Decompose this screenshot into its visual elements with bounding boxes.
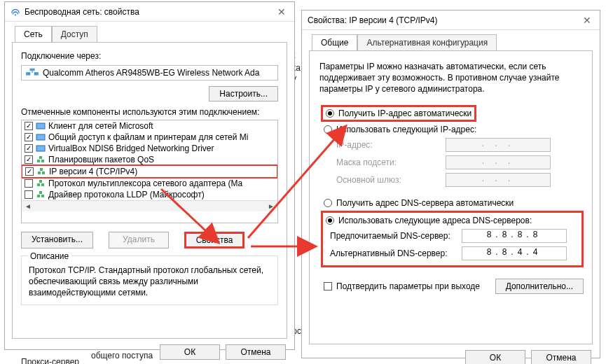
list-item-label: Планировщик пакетов QoS [48, 155, 154, 164]
gateway-label: Основной шлюз: [336, 175, 441, 185]
info-text: Параметры IP можно назначать автоматичес… [319, 61, 582, 95]
component-icon [36, 133, 46, 141]
list-item-label: Драйвер протокола LLDP (Майкрософт) [48, 190, 205, 200]
tab-general[interactable]: Общие [312, 34, 357, 50]
dialog-title: Беспроводная сеть: свойства [25, 7, 272, 17]
list-item[interactable]: VirtualBox NDIS6 Bridged Networking Driv… [22, 143, 277, 154]
svg-rect-17 [41, 195, 44, 197]
tabstrip: Общие Альтернативная конфигурация [312, 34, 593, 50]
tab-network[interactable]: Сеть [15, 26, 52, 42]
radio-ip-auto[interactable] [326, 109, 334, 118]
validate-checkbox[interactable] [324, 282, 332, 290]
component-icon [36, 179, 46, 188]
close-button[interactable]: ✕ [272, 6, 291, 18]
list-item[interactable]: Драйвер протокола LLDP (Майкрософт) [22, 189, 277, 200]
titlebar[interactable]: Беспроводная сеть: свойства ✕ [5, 2, 294, 22]
checkbox[interactable] [25, 122, 33, 130]
components-label: Отмеченные компоненты используются этим … [21, 107, 278, 117]
tab-panel-general: Параметры IP можно назначать автоматичес… [309, 50, 593, 344]
close-button[interactable]: ✕ [577, 15, 597, 26]
gateway-input: . . . [446, 173, 551, 187]
cancel-button[interactable]: Отмена [531, 350, 591, 364]
checkbox[interactable] [25, 179, 33, 188]
dialog-title: Свойства: IP версии 4 (TCP/IPv4) [308, 15, 577, 25]
description-group: Описание Протокол TCP/IP. Стандартный пр… [21, 255, 278, 305]
wireless-properties-dialog: Беспроводная сеть: свойства ✕ Сеть Досту… [4, 1, 295, 350]
dns-alternate-input[interactable]: 8.8.4.4 [462, 246, 567, 260]
list-item[interactable]: Общий доступ к файлам и принтерам для се… [22, 132, 277, 143]
scroll-left-icon[interactable]: ◄ [25, 202, 32, 210]
svg-rect-14 [41, 183, 44, 186]
svg-rect-11 [42, 172, 45, 174]
checkbox[interactable] [25, 190, 33, 199]
adapter-icon [26, 68, 39, 78]
svg-rect-4 [36, 123, 45, 129]
svg-point-0 [15, 14, 16, 15]
list-item[interactable]: Клиент для сетей Microsoft [22, 120, 277, 132]
svg-rect-13 [37, 183, 40, 186]
radio-ip-manual[interactable] [324, 125, 332, 134]
radio-label: Использовать следующий IP-адрес: [336, 125, 476, 134]
component-icon [36, 190, 46, 199]
tab-alternate-config[interactable]: Альтернативная конфигурация [357, 34, 497, 50]
subnet-mask-input: . . . [446, 155, 551, 169]
component-icon [36, 155, 46, 164]
dialog-footer: ОК Отмена [5, 339, 294, 364]
dialog-footer: ОК Отмена [302, 344, 600, 364]
description-title: Описание [27, 251, 71, 261]
highlight-ip-auto: Получить IP-адрес автоматически [321, 105, 476, 122]
validate-label: Подтвердить параметры при выходе [336, 281, 480, 291]
description-text: Протокол TCP/IP. Стандартный протокол гл… [29, 265, 270, 299]
ok-button[interactable]: ОК [160, 344, 220, 360]
titlebar[interactable]: Свойства: IP версии 4 (TCP/IPv4) ✕ [302, 10, 600, 30]
properties-button[interactable]: Свойства [184, 232, 245, 248]
list-item[interactable]: Планировщик пакетов QoS [22, 154, 277, 165]
list-item-label: Клиент для сетей Microsoft [48, 121, 153, 131]
svg-rect-6 [36, 146, 45, 151]
connect-via-label: Подключение через: [21, 51, 278, 61]
svg-rect-18 [39, 191, 42, 194]
advanced-button[interactable]: Дополнительно... [495, 279, 584, 294]
list-item-tcpip4[interactable]: IP версии 4 (TCP/IPv4) [21, 164, 278, 178]
svg-rect-10 [38, 172, 41, 174]
dns-preferred-input[interactable]: 8.8.8.8 [462, 229, 567, 243]
checkbox[interactable] [25, 133, 33, 141]
svg-rect-7 [37, 160, 40, 162]
cancel-button[interactable]: Отмена [226, 344, 286, 360]
radio-dns-manual[interactable] [326, 216, 334, 225]
install-button[interactable]: Установить... [21, 232, 93, 248]
list-item-label: IP версии 4 (TCP/IPv4) [49, 167, 137, 176]
radio-label: Использовать следующие адреса DNS-сервер… [338, 216, 532, 225]
component-icon [36, 167, 46, 176]
list-item-label: Общий доступ к файлам и принтерам для се… [48, 132, 248, 142]
component-icon [36, 122, 46, 130]
ipv4-properties-dialog: Свойства: IP версии 4 (TCP/IPv4) ✕ Общие… [301, 10, 600, 358]
dns-alternate-label: Альтернативный DNS-сервер: [330, 248, 457, 258]
remove-button: Удалить [109, 232, 169, 248]
checkbox[interactable] [25, 144, 33, 153]
ip-address-input: . . . [446, 138, 551, 152]
ok-button[interactable]: ОК [465, 350, 525, 364]
subnet-mask-label: Маска подсети: [336, 158, 441, 167]
svg-rect-3 [29, 69, 34, 71]
checkbox[interactable] [25, 155, 33, 164]
svg-rect-16 [37, 195, 40, 197]
tab-panel-network: Подключение через: Qualcomm Atheros AR94… [12, 42, 287, 339]
tabstrip: Сеть Доступ [15, 26, 287, 42]
dns-preferred-label: Предпочитаемый DNS-сервер: [330, 231, 457, 241]
scroll-right-icon[interactable]: ► [268, 202, 275, 210]
radio-label: Получить адрес DNS-сервера автоматически [336, 198, 514, 208]
tab-access[interactable]: Доступ [52, 26, 97, 42]
radio-dns-auto[interactable] [324, 199, 332, 207]
horizontal-scrollbar[interactable]: ◄► [22, 200, 277, 211]
components-list[interactable]: Клиент для сетей Microsoft Общий доступ … [21, 120, 278, 223]
adapter-name: Qualcomm Atheros AR9485WB-EG Wireless Ne… [43, 68, 259, 78]
highlight-dns-section: Использовать следующие адреса DNS-сервер… [321, 211, 584, 267]
svg-rect-15 [39, 180, 42, 183]
svg-rect-12 [40, 168, 43, 171]
ip-address-label: IP-адрес: [336, 140, 441, 150]
list-item[interactable]: Протокол мультиплексора сетевого адаптер… [22, 178, 277, 189]
checkbox[interactable] [25, 167, 34, 176]
component-icon [36, 144, 46, 153]
configure-button[interactable]: Настроить... [209, 86, 278, 102]
